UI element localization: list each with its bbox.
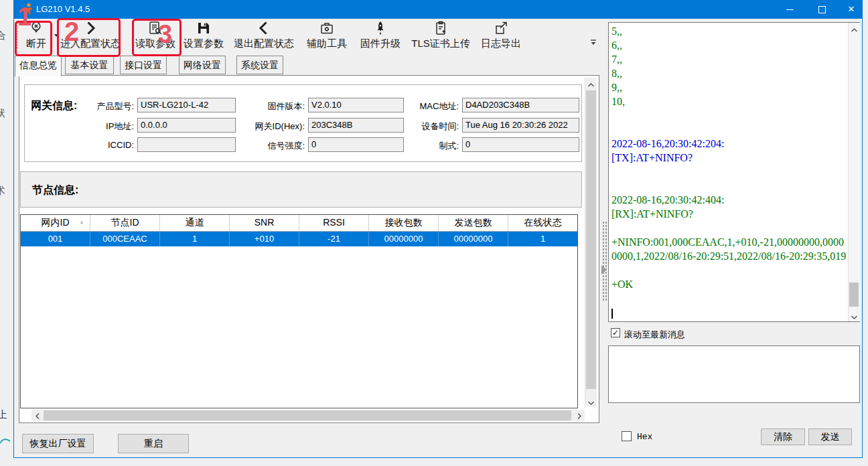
background-glyph: 上 <box>0 408 7 421</box>
tab-interface-settings[interactable]: 接口设置 <box>120 56 167 74</box>
field-value-firmware-version[interactable]: V2.0.10 <box>308 98 404 112</box>
field-value-product-model[interactable]: USR-LG210-L-42 <box>137 98 236 112</box>
gateway-info-title: 网关信息: <box>31 99 77 113</box>
field-label-iccid: ICCID: <box>74 140 134 150</box>
log-line <box>611 108 847 123</box>
cell-channel: 1 <box>160 232 230 246</box>
scroll-right-button[interactable] <box>573 410 585 421</box>
cell-node-id: 000CEAAC <box>90 232 160 246</box>
toolbar-button-set-params[interactable]: 设置参数 <box>182 20 225 51</box>
background-glyph: 术 <box>0 185 5 198</box>
log-line: 5,, <box>611 24 847 38</box>
scroll-up-button[interactable] <box>849 23 859 34</box>
log-line <box>611 179 847 193</box>
autoscroll-checkbox[interactable]: ✓ <box>611 328 620 337</box>
scroll-down-button[interactable] <box>849 310 859 321</box>
splitter-collapse-icon[interactable] <box>601 265 607 275</box>
reboot-button[interactable]: 重启 <box>118 434 189 453</box>
cell-rssi: -21 <box>299 232 369 246</box>
column-header-node-id[interactable]: 节点ID <box>90 215 160 231</box>
node-info-title: 节点信息: <box>32 183 78 198</box>
toolbar-button-label: 设置参数 <box>182 37 225 50</box>
field-label-ip-address: IP地址: <box>74 121 134 133</box>
cell-online-status: 1 <box>508 232 577 246</box>
toolbar-button-aux-tools[interactable]: 辅助工具 <box>305 20 348 51</box>
toolbar-button-exit-config[interactable]: 退出配置状态 <box>232 20 296 51</box>
log-text: 5,, 6,, 7,, 8,, 9,, 10, 2022-08-16,20:30… <box>611 24 847 319</box>
autoscroll-label: 滚动至最新消息 <box>624 329 685 341</box>
cell-tx-packets: 00000000 <box>439 232 508 246</box>
tab-info-overview[interactable]: 信息总览 <box>15 56 62 76</box>
toolbar-button-tls-upload[interactable]: TLS证书上传 <box>410 20 472 51</box>
toolbar-button-label: 日志导出 <box>480 37 522 50</box>
field-label-product-model: 产品型号: <box>74 100 134 112</box>
toolbar-button-label: 固件升级 <box>359 37 402 50</box>
column-header-rx-packets[interactable]: 接收包数 <box>369 215 439 231</box>
field-value-signal-strength[interactable]: 0 <box>308 137 404 152</box>
field-value-gateway-id[interactable]: 203C348B <box>308 118 404 133</box>
annotation-number-2: 2 <box>64 18 79 45</box>
node-table: 网内ID▲ 节点ID 通道 SNR RSSI 接收包数 发送包数 在线状态 00… <box>20 214 578 408</box>
minimize-icon <box>786 9 794 10</box>
toolbar-button-firmware-upgrade[interactable]: 固件升级 <box>359 20 402 51</box>
title-bar[interactable]: LG210 V1.4.5 ✕ <box>13 0 863 19</box>
send-button[interactable]: 发送 <box>808 429 852 445</box>
field-label-network-mode: 制式: <box>405 140 459 152</box>
log-line: [TX]:AT+NINFO? <box>611 151 847 165</box>
field-value-ip-address[interactable]: 0.0.0.0 <box>137 118 236 133</box>
annotation-number-1: 1 <box>17 4 31 29</box>
cell-snr: +010 <box>230 232 299 246</box>
log-line: 10, <box>611 94 847 108</box>
minimize-button[interactable] <box>777 0 802 19</box>
maximize-button[interactable] <box>809 0 835 19</box>
tab-system-settings[interactable]: 系统设置 <box>236 56 283 74</box>
log-vertical-scrollbar[interactable] <box>848 23 860 321</box>
column-header-online-status[interactable]: 在线状态 <box>508 215 577 231</box>
log-line <box>611 165 847 179</box>
annotation-box-3 <box>132 19 182 56</box>
panel-splitter[interactable] <box>602 221 607 301</box>
toolbar-button-label: TLS证书上传 <box>410 37 472 50</box>
panel-vertical-scrollbar[interactable] <box>585 78 597 407</box>
tab-network-settings[interactable]: 网络设置 <box>179 56 226 74</box>
node-table-row-selected[interactable]: 001 000CEAAC 1 +010 -21 00000000 0000000… <box>21 232 577 246</box>
toolbox-icon <box>305 20 348 36</box>
scrollbar-thumb[interactable] <box>44 410 571 420</box>
column-header-network-id[interactable]: 网内ID▲ <box>21 215 90 231</box>
log-line: 9,, <box>611 80 847 94</box>
tab-basic-settings[interactable]: 基本设置 <box>65 56 114 74</box>
clear-button[interactable]: 清除 <box>761 429 805 445</box>
field-value-network-mode[interactable]: 0 <box>462 137 579 152</box>
toolbar-overflow-button[interactable] <box>588 37 599 50</box>
log-line: 6,, <box>611 38 847 52</box>
scrollbar-thumb[interactable] <box>849 283 859 307</box>
toolbar-button-log-export[interactable]: 日志导出 <box>480 20 522 51</box>
column-header-tx-packets[interactable]: 发送包数 <box>439 215 508 231</box>
scroll-up-button[interactable] <box>585 78 597 89</box>
maximize-icon <box>818 6 826 13</box>
scrollbar-thumb[interactable] <box>586 90 596 389</box>
toolbar-button-label: 辅助工具 <box>305 37 348 50</box>
hex-checkbox[interactable] <box>622 431 632 441</box>
column-header-snr[interactable]: SNR <box>230 215 299 231</box>
send-input-area[interactable] <box>608 345 860 403</box>
log-line: 2022-08-16,20:30:42:204: <box>611 137 847 151</box>
node-info-strip <box>20 171 582 208</box>
background-glyph: 状 <box>0 107 5 120</box>
scroll-left-button[interactable] <box>31 410 43 421</box>
panel-horizontal-scrollbar[interactable] <box>31 410 585 421</box>
sort-ascending-icon: ▲ <box>79 220 84 225</box>
log-output-area[interactable]: 5,, 6,, 7,, 8,, 9,, 10, 2022-08-16,20:30… <box>608 22 860 322</box>
log-line: +OK <box>611 277 847 291</box>
column-header-channel[interactable]: 通道 <box>160 215 230 231</box>
annotation-number-3: 3 <box>158 21 172 47</box>
field-value-iccid[interactable] <box>137 137 236 152</box>
window-title: LG210 V1.4.5 <box>36 4 90 14</box>
field-value-device-time[interactable]: Tue Aug 16 20:30:26 2022 <box>462 118 579 133</box>
column-header-rssi[interactable]: RSSI <box>299 215 369 231</box>
scroll-down-button[interactable] <box>585 396 597 407</box>
log-line: 8,, <box>611 66 847 80</box>
close-button[interactable]: ✕ <box>839 0 864 19</box>
field-value-mac-address[interactable]: D4AD203C348B <box>462 98 579 112</box>
factory-reset-button[interactable]: 恢复出厂设置 <box>22 434 94 453</box>
